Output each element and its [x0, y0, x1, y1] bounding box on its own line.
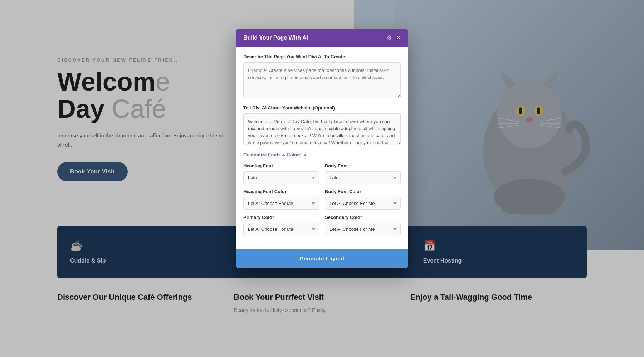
modal-footer: Generate Layout: [236, 243, 408, 268]
heading-font-select[interactable]: Lato Open Sans Roboto Montserrat: [243, 171, 319, 184]
modal-header: Build Your Page With AI ⚙ ✕: [236, 29, 408, 47]
close-icon[interactable]: ✕: [396, 34, 401, 41]
modal-header-icons: ⚙ ✕: [387, 34, 401, 41]
body-font-col: Body Font Lato Open Sans Roboto Montserr…: [325, 163, 401, 184]
customize-toggle-label: Customize Fonts & Colors: [243, 152, 302, 157]
website-info-textarea[interactable]: Welcome to Purrfect Day Café, the best p…: [243, 113, 401, 145]
body-font-label: Body Font: [325, 163, 401, 168]
heading-color-label: Heading Font Color: [243, 189, 319, 194]
primary-color-col: Primary Color Let AI Choose For Me Custo…: [243, 215, 319, 235]
secondary-color-col: Secondary Color Let AI Choose For Me Cus…: [325, 215, 401, 235]
fonts-row: Heading Font Lato Open Sans Roboto Monts…: [243, 163, 401, 184]
body-font-select[interactable]: Lato Open Sans Roboto Montserrat: [325, 171, 401, 184]
body-color-label: Body Font Color: [325, 189, 401, 194]
secondary-color-select[interactable]: Let AI Choose For Me Custom Color: [325, 223, 401, 235]
heading-color-select[interactable]: Let AI Choose For Me Custom Color: [243, 197, 319, 210]
toggle-arrow-icon: ▲: [304, 153, 307, 157]
heading-color-col: Heading Font Color Let AI Choose For Me …: [243, 189, 319, 210]
ai-modal: Build Your Page With AI ⚙ ✕ Describe The…: [236, 29, 408, 268]
brand-colors-row: Primary Color Let AI Choose For Me Custo…: [243, 215, 401, 235]
page-desc-textarea[interactable]: [243, 62, 401, 98]
modal-body: Describe The Page You Want Divi AI To Cr…: [236, 47, 408, 243]
customize-toggle[interactable]: Customize Fonts & Colors ▲: [243, 152, 401, 157]
website-info-label: Tell Divi AI About Your Website (Optiona…: [243, 105, 401, 111]
heading-font-col: Heading Font Lato Open Sans Roboto Monts…: [243, 163, 319, 184]
settings-icon[interactable]: ⚙: [387, 34, 392, 41]
generate-layout-button[interactable]: Generate Layout: [236, 249, 408, 268]
body-color-col: Body Font Color Let AI Choose For Me Cus…: [325, 189, 401, 210]
primary-color-label: Primary Color: [243, 215, 319, 220]
body-color-select[interactable]: Let AI Choose For Me Custom Color: [325, 197, 401, 210]
page-desc-label: Describe The Page You Want Divi AI To Cr…: [243, 54, 401, 59]
heading-font-label: Heading Font: [243, 163, 319, 168]
primary-color-select[interactable]: Let AI Choose For Me Custom Color: [243, 223, 319, 235]
font-colors-row: Heading Font Color Let AI Choose For Me …: [243, 189, 401, 210]
secondary-color-label: Secondary Color: [325, 215, 401, 220]
modal-title: Build Your Page With AI: [243, 35, 308, 41]
modal-overlay: Build Your Page With AI ⚙ ✕ Describe The…: [0, 0, 644, 357]
